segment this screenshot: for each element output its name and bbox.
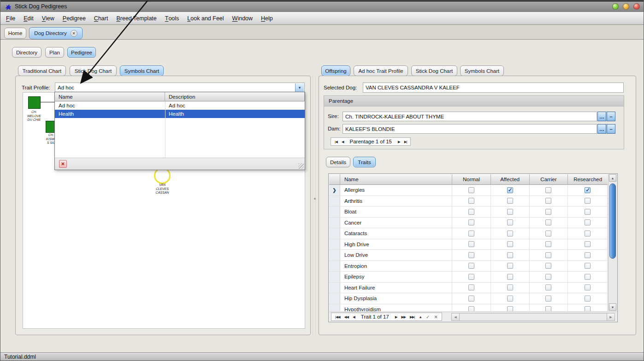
next-record-button[interactable]: ▶ xyxy=(396,140,402,144)
tab-traditional-chart[interactable]: Traditional Chart xyxy=(18,65,66,76)
last-record-button[interactable]: ▶| xyxy=(402,140,409,144)
checkbox-normal[interactable] xyxy=(468,296,474,302)
dam-lookup-button[interactable]: … xyxy=(597,124,606,134)
checkbox-researched[interactable] xyxy=(585,306,591,311)
checkbox-normal[interactable] xyxy=(468,187,474,193)
checkbox-researched[interactable] xyxy=(585,187,591,193)
dropdown-row-health[interactable]: Health Health xyxy=(55,110,305,118)
table-row[interactable]: Entropion xyxy=(329,261,608,272)
column-header-normal[interactable]: Normal xyxy=(452,174,491,185)
dam-field[interactable]: KALEEF'S BLONDIE xyxy=(343,124,597,134)
table-row[interactable]: Bloat xyxy=(329,207,608,218)
checkbox-carrier[interactable] xyxy=(545,274,551,280)
tab-dog-directory[interactable]: Dog Directory ✕ xyxy=(29,27,83,39)
trait-profile-combobox[interactable]: Ad hoc ▼ xyxy=(55,83,305,93)
checkbox-researched[interactable] xyxy=(585,219,591,225)
minimize-button[interactable] xyxy=(612,3,619,10)
scroll-right-icon[interactable]: ▶ xyxy=(607,314,614,320)
checkbox-carrier[interactable] xyxy=(545,231,551,237)
checkbox-affected[interactable] xyxy=(507,219,513,225)
first-trait-button[interactable]: |◀◀ xyxy=(333,315,342,319)
menu-item-chart[interactable]: Chart xyxy=(90,12,112,24)
checkbox-researched[interactable] xyxy=(585,231,591,237)
checkbox-carrier[interactable] xyxy=(545,219,551,225)
menu-item-edit[interactable]: Edit xyxy=(19,12,38,24)
checkbox-researched[interactable] xyxy=(585,274,591,280)
tab-adhoc-trait-profile[interactable]: Ad hoc Trait Profile xyxy=(354,65,408,76)
tab-directory[interactable]: Directory xyxy=(12,47,41,58)
panel-splitter[interactable] xyxy=(312,76,318,335)
close-button[interactable] xyxy=(633,3,640,10)
menu-item-file[interactable]: File xyxy=(2,12,19,24)
checkbox-researched[interactable] xyxy=(585,252,591,258)
checkbox-affected[interactable] xyxy=(507,231,513,237)
checkbox-normal[interactable] xyxy=(468,241,474,247)
scroll-left-icon[interactable]: ◀ xyxy=(452,314,460,320)
checkbox-carrier[interactable] xyxy=(545,252,551,258)
menu-item-window[interactable]: Window xyxy=(228,12,257,24)
table-row[interactable]: Cancer xyxy=(329,218,608,229)
prev-trait-button[interactable]: ◀ xyxy=(351,315,357,319)
sire-lookup-button[interactable]: … xyxy=(597,112,606,121)
sire-remove-button[interactable]: – xyxy=(607,112,615,121)
clear-filter-button[interactable]: ✕ xyxy=(59,160,67,168)
scroll-down-icon[interactable]: ▼ xyxy=(609,303,616,311)
checkbox-normal[interactable] xyxy=(468,209,474,215)
next-page-button[interactable]: ▶▶ xyxy=(400,315,408,319)
prev-page-button[interactable]: ◀◀ xyxy=(342,315,350,319)
chevron-down-icon[interactable]: ▼ xyxy=(295,83,304,92)
menu-item-pedigree[interactable]: Pedigree xyxy=(59,12,90,24)
checkbox-normal[interactable] xyxy=(468,284,474,290)
column-header-affected[interactable]: Affected xyxy=(491,174,530,185)
commit-edit-button[interactable]: ✓ xyxy=(424,314,431,320)
tab-plan[interactable]: Plan xyxy=(45,47,64,58)
column-header-researched[interactable]: Researched xyxy=(568,174,608,185)
checkbox-carrier[interactable] xyxy=(545,198,551,204)
checkbox-affected[interactable] xyxy=(507,306,513,311)
checkbox-affected[interactable] xyxy=(507,274,513,280)
checkbox-normal[interactable] xyxy=(468,263,474,269)
tab-symbols-chart-right[interactable]: Symbols Chart xyxy=(460,65,504,76)
table-row[interactable]: Low Drive xyxy=(329,250,608,261)
checkbox-normal[interactable] xyxy=(468,306,474,311)
checkbox-carrier[interactable] xyxy=(545,284,551,290)
checkbox-affected[interactable] xyxy=(507,209,513,215)
scroll-up-icon[interactable]: ▲ xyxy=(609,174,616,182)
checkbox-affected[interactable] xyxy=(507,296,513,302)
pedigree-node-male[interactable] xyxy=(28,96,41,109)
checkbox-affected[interactable] xyxy=(507,198,513,204)
table-row[interactable]: Heart Failure xyxy=(329,283,608,294)
checkbox-researched[interactable] xyxy=(585,209,591,215)
column-header-name[interactable]: Name xyxy=(340,174,452,185)
tab-offspring[interactable]: Offspring xyxy=(321,65,350,76)
checkbox-researched[interactable] xyxy=(585,198,591,204)
checkbox-researched[interactable] xyxy=(585,284,591,290)
checkbox-affected[interactable] xyxy=(507,263,513,269)
dropdown-column-name[interactable]: Name xyxy=(55,92,165,101)
menu-item-tools[interactable]: Tools xyxy=(161,12,183,24)
next-trait-button[interactable]: ▶ xyxy=(393,315,399,319)
horizontal-scrollbar[interactable]: ◀ ▶ xyxy=(451,313,615,321)
checkbox-carrier[interactable] xyxy=(545,241,551,247)
table-row[interactable]: Cataracts xyxy=(329,228,608,239)
checkbox-affected[interactable] xyxy=(507,252,513,258)
checkbox-researched[interactable] xyxy=(585,296,591,302)
checkbox-affected[interactable] xyxy=(507,284,513,290)
last-trait-button[interactable]: ▶▶| xyxy=(408,315,416,319)
tab-traits[interactable]: Traits xyxy=(353,157,376,167)
menu-item-help[interactable]: Help xyxy=(257,12,277,24)
dam-remove-button[interactable]: – xyxy=(607,124,615,134)
checkbox-normal[interactable] xyxy=(468,198,474,204)
checkbox-carrier[interactable] xyxy=(545,306,551,311)
table-row[interactable]: Epilepsy xyxy=(329,272,608,283)
tab-stick-dog-chart-left[interactable]: Stick Dog Chart xyxy=(70,65,117,76)
table-row[interactable]: Hypothyroidism xyxy=(329,304,608,312)
checkbox-normal[interactable] xyxy=(468,252,474,258)
sire-field[interactable]: Ch. TINDROCK-KALEEF ABOUT THYME xyxy=(343,112,597,121)
checkbox-affected[interactable] xyxy=(507,241,513,247)
vertical-scrollbar[interactable]: ▲ ▼ xyxy=(608,174,617,311)
checkbox-carrier[interactable] xyxy=(545,209,551,215)
first-record-button[interactable]: |◀ xyxy=(333,140,339,144)
close-tab-icon[interactable]: ✕ xyxy=(71,30,77,37)
checkbox-normal[interactable] xyxy=(468,219,474,225)
